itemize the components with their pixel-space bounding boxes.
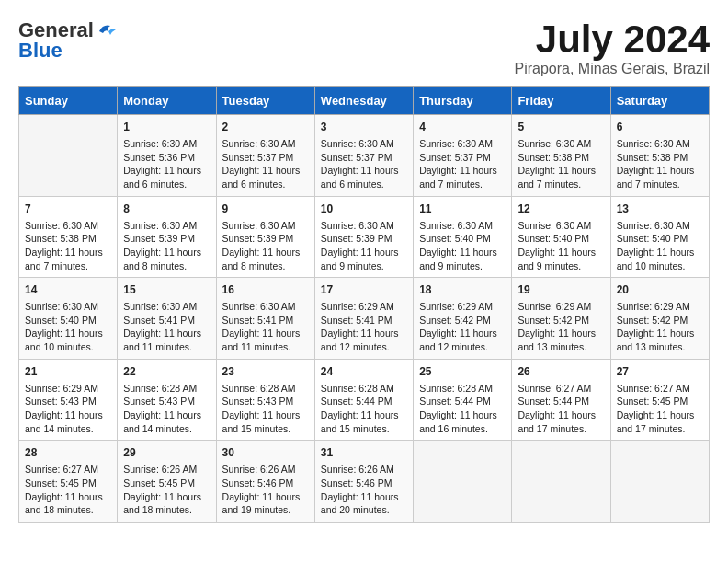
day-detail: Sunrise: 6:30 AMSunset: 5:37 PMDaylight:… — [419, 137, 506, 191]
calendar-cell: 4Sunrise: 6:30 AMSunset: 5:37 PMDaylight… — [414, 115, 512, 197]
logo-bird-icon — [96, 22, 116, 39]
day-number: 4 — [419, 120, 506, 135]
day-number: 11 — [419, 201, 506, 217]
calendar-cell: 16Sunrise: 6:30 AMSunset: 5:41 PMDayligh… — [216, 278, 314, 360]
day-number: 8 — [123, 201, 210, 217]
calendar-header-tuesday: Tuesday — [216, 87, 314, 115]
day-detail: Sunrise: 6:29 AMSunset: 5:41 PMDaylight:… — [321, 300, 407, 354]
calendar-week-row: 14Sunrise: 6:30 AMSunset: 5:40 PMDayligh… — [19, 278, 710, 360]
day-detail: Sunrise: 6:30 AMSunset: 5:38 PMDaylight:… — [25, 219, 111, 273]
day-number: 14 — [25, 282, 111, 298]
day-number: 23 — [222, 364, 309, 380]
calendar-week-row: 7Sunrise: 6:30 AMSunset: 5:38 PMDaylight… — [19, 196, 710, 278]
day-number: 7 — [25, 201, 111, 217]
calendar-cell: 10Sunrise: 6:30 AMSunset: 5:39 PMDayligh… — [314, 196, 413, 278]
calendar-cell: 5Sunrise: 6:30 AMSunset: 5:38 PMDaylight… — [512, 115, 610, 197]
day-detail: Sunrise: 6:28 AMSunset: 5:44 PMDaylight:… — [321, 382, 407, 436]
calendar-cell: 26Sunrise: 6:27 AMSunset: 5:44 PMDayligh… — [512, 359, 610, 441]
calendar-cell: 12Sunrise: 6:30 AMSunset: 5:40 PMDayligh… — [512, 196, 610, 278]
day-detail: Sunrise: 6:30 AMSunset: 5:40 PMDaylight:… — [25, 300, 111, 354]
day-detail: Sunrise: 6:30 AMSunset: 5:40 PMDaylight:… — [617, 219, 703, 273]
day-detail: Sunrise: 6:28 AMSunset: 5:43 PMDaylight:… — [123, 382, 210, 436]
day-number: 17 — [321, 282, 407, 298]
calendar-cell: 23Sunrise: 6:28 AMSunset: 5:43 PMDayligh… — [216, 359, 314, 441]
day-detail: Sunrise: 6:26 AMSunset: 5:46 PMDaylight:… — [222, 463, 309, 517]
day-detail: Sunrise: 6:30 AMSunset: 5:41 PMDaylight:… — [222, 300, 309, 354]
day-detail: Sunrise: 6:29 AMSunset: 5:42 PMDaylight:… — [419, 300, 506, 354]
day-detail: Sunrise: 6:30 AMSunset: 5:39 PMDaylight:… — [222, 219, 309, 273]
day-detail: Sunrise: 6:30 AMSunset: 5:38 PMDaylight:… — [518, 137, 604, 191]
calendar-cell: 24Sunrise: 6:28 AMSunset: 5:44 PMDayligh… — [314, 359, 413, 441]
day-number: 2 — [222, 120, 309, 135]
day-number: 10 — [321, 201, 407, 217]
day-number: 30 — [222, 445, 309, 461]
location: Pirapora, Minas Gerais, Brazil — [514, 61, 710, 77]
calendar-cell: 11Sunrise: 6:30 AMSunset: 5:40 PMDayligh… — [414, 196, 512, 278]
day-number: 19 — [518, 282, 604, 298]
calendar-cell — [414, 441, 512, 523]
day-detail: Sunrise: 6:27 AMSunset: 5:45 PMDaylight:… — [617, 382, 703, 436]
day-detail: Sunrise: 6:29 AMSunset: 5:42 PMDaylight:… — [518, 300, 604, 354]
day-number: 26 — [518, 364, 604, 380]
calendar-header-thursday: Thursday — [414, 87, 512, 115]
calendar-cell: 22Sunrise: 6:28 AMSunset: 5:43 PMDayligh… — [118, 359, 216, 441]
calendar-cell: 20Sunrise: 6:29 AMSunset: 5:42 PMDayligh… — [610, 278, 709, 360]
day-number: 28 — [25, 445, 111, 461]
day-detail: Sunrise: 6:28 AMSunset: 5:43 PMDaylight:… — [222, 382, 309, 436]
calendar-cell — [610, 441, 709, 523]
day-detail: Sunrise: 6:30 AMSunset: 5:38 PMDaylight:… — [617, 137, 703, 191]
calendar-header-saturday: Saturday — [610, 87, 709, 115]
day-number: 5 — [518, 120, 604, 135]
calendar-cell: 1Sunrise: 6:30 AMSunset: 5:36 PMDaylight… — [118, 115, 216, 197]
title-block: July 2024 Pirapora, Minas Gerais, Brazil — [514, 18, 710, 77]
day-detail: Sunrise: 6:30 AMSunset: 5:39 PMDaylight:… — [123, 219, 210, 273]
calendar-cell: 27Sunrise: 6:27 AMSunset: 5:45 PMDayligh… — [610, 359, 709, 441]
day-detail: Sunrise: 6:30 AMSunset: 5:37 PMDaylight:… — [222, 137, 309, 191]
calendar-cell — [19, 115, 118, 197]
day-number: 15 — [123, 282, 210, 298]
day-number: 3 — [321, 120, 407, 135]
day-detail: Sunrise: 6:30 AMSunset: 5:40 PMDaylight:… — [518, 219, 604, 273]
day-detail: Sunrise: 6:29 AMSunset: 5:42 PMDaylight:… — [617, 300, 703, 354]
calendar-cell: 30Sunrise: 6:26 AMSunset: 5:46 PMDayligh… — [216, 441, 314, 523]
calendar-header-monday: Monday — [118, 87, 216, 115]
calendar-cell: 6Sunrise: 6:30 AMSunset: 5:38 PMDaylight… — [610, 115, 709, 197]
day-detail: Sunrise: 6:30 AMSunset: 5:41 PMDaylight:… — [123, 300, 210, 354]
calendar-week-row: 21Sunrise: 6:29 AMSunset: 5:43 PMDayligh… — [19, 359, 710, 441]
calendar-table: SundayMondayTuesdayWednesdayThursdayFrid… — [18, 86, 710, 523]
day-number: 18 — [419, 282, 506, 298]
calendar-cell: 18Sunrise: 6:29 AMSunset: 5:42 PMDayligh… — [414, 278, 512, 360]
calendar-cell: 14Sunrise: 6:30 AMSunset: 5:40 PMDayligh… — [19, 278, 118, 360]
day-number: 24 — [321, 364, 407, 380]
calendar-cell: 19Sunrise: 6:29 AMSunset: 5:42 PMDayligh… — [512, 278, 610, 360]
calendar-header-sunday: Sunday — [19, 87, 118, 115]
day-number: 29 — [123, 445, 210, 461]
day-detail: Sunrise: 6:30 AMSunset: 5:36 PMDaylight:… — [123, 137, 210, 191]
day-number: 31 — [321, 445, 407, 461]
calendar-cell: 7Sunrise: 6:30 AMSunset: 5:38 PMDaylight… — [19, 196, 118, 278]
day-number: 1 — [123, 120, 210, 135]
day-detail: Sunrise: 6:28 AMSunset: 5:44 PMDaylight:… — [419, 382, 506, 436]
day-detail: Sunrise: 6:27 AMSunset: 5:45 PMDaylight:… — [25, 463, 111, 517]
day-detail: Sunrise: 6:30 AMSunset: 5:39 PMDaylight:… — [321, 219, 407, 273]
calendar-cell: 9Sunrise: 6:30 AMSunset: 5:39 PMDaylight… — [216, 196, 314, 278]
calendar-cell: 15Sunrise: 6:30 AMSunset: 5:41 PMDayligh… — [118, 278, 216, 360]
day-number: 9 — [222, 201, 309, 217]
calendar-cell: 3Sunrise: 6:30 AMSunset: 5:37 PMDaylight… — [314, 115, 413, 197]
day-number: 16 — [222, 282, 309, 298]
calendar-cell: 31Sunrise: 6:26 AMSunset: 5:46 PMDayligh… — [314, 441, 413, 523]
calendar-cell: 21Sunrise: 6:29 AMSunset: 5:43 PMDayligh… — [19, 359, 118, 441]
day-number: 21 — [25, 364, 111, 380]
calendar-header-row: SundayMondayTuesdayWednesdayThursdayFrid… — [19, 87, 710, 115]
logo-blue: Blue — [18, 39, 63, 63]
month-title: July 2024 — [514, 18, 710, 61]
calendar-week-row: 28Sunrise: 6:27 AMSunset: 5:45 PMDayligh… — [19, 441, 710, 523]
day-detail: Sunrise: 6:26 AMSunset: 5:46 PMDaylight:… — [321, 463, 407, 517]
day-detail: Sunrise: 6:30 AMSunset: 5:40 PMDaylight:… — [419, 219, 506, 273]
logo: General Blue — [18, 18, 116, 63]
calendar-week-row: 1Sunrise: 6:30 AMSunset: 5:36 PMDaylight… — [19, 115, 710, 197]
day-detail: Sunrise: 6:29 AMSunset: 5:43 PMDaylight:… — [25, 382, 111, 436]
calendar-cell: 17Sunrise: 6:29 AMSunset: 5:41 PMDayligh… — [314, 278, 413, 360]
calendar-cell: 25Sunrise: 6:28 AMSunset: 5:44 PMDayligh… — [414, 359, 512, 441]
day-number: 6 — [617, 120, 703, 135]
